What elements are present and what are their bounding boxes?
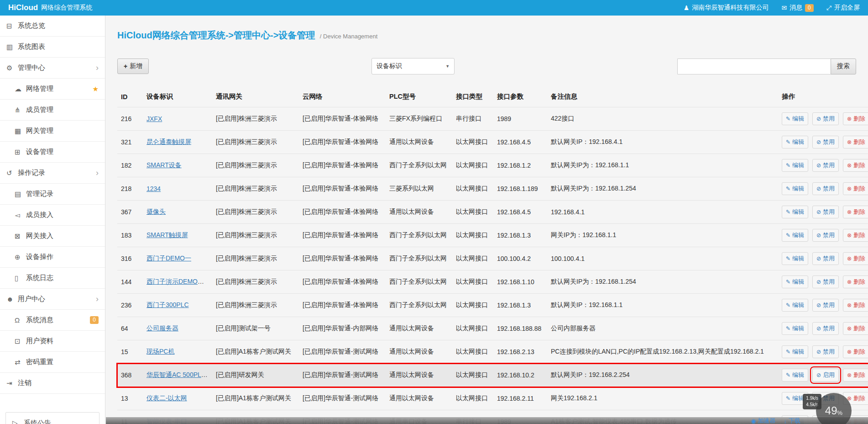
delete-button[interactable]: ⊗删除 xyxy=(843,229,868,242)
fullscreen-button[interactable]: ⤢ 开启全屏 xyxy=(826,4,860,12)
delete-button[interactable]: ⊗删除 xyxy=(843,112,868,125)
edit-button[interactable]: ✎编辑 xyxy=(782,229,808,242)
table-row: 368 华辰智通AC 500PLC001 [已启用]研发网关 [已启用]华辰智通… xyxy=(117,364,868,387)
enable-disable-button[interactable]: ⊘禁用 xyxy=(812,159,839,172)
edit-button[interactable]: ✎编辑 xyxy=(782,136,808,148)
device-link[interactable]: 西门子300PLC xyxy=(146,301,189,308)
device-link[interactable]: SMART设备 xyxy=(146,161,182,169)
sidebar-item-system-messages[interactable]: Ω 系统消息 0 xyxy=(0,310,105,331)
cell-id: 13 xyxy=(117,387,143,410)
usage-percent-sign: % xyxy=(837,409,843,416)
cell-interface-param: 192.168.10.2 xyxy=(493,364,547,387)
cell-cloud-network: [已启用]华辰智通-测试网络 xyxy=(299,387,386,410)
edit-button[interactable]: ✎编辑 xyxy=(782,206,808,218)
envelope-icon: ✉ xyxy=(781,4,787,11)
edit-button[interactable]: ✎编辑 xyxy=(782,299,808,312)
edit-button[interactable]: ✎编辑 xyxy=(782,322,808,335)
accelerator-link[interactable]: ◉ 加速器 xyxy=(751,417,775,424)
delete-button[interactable]: ⊗删除 xyxy=(843,206,868,218)
enable-disable-button[interactable]: ⊘禁用 xyxy=(812,252,839,265)
device-link[interactable]: SMART触摸屏 xyxy=(146,231,188,238)
column-header-interface-type: 接口类型 xyxy=(452,86,493,107)
table-row: 182 SMART设备 [已启用]株洲三菱演示 [已启用]华辰智通-体验网络 西… xyxy=(117,154,868,177)
device-link[interactable]: 仪表二-以太网 xyxy=(146,394,187,402)
enable-disable-button[interactable]: ⊘禁用 xyxy=(812,206,839,218)
enable-disable-button[interactable]: ⊘禁用 xyxy=(812,182,839,195)
device-link[interactable]: 华辰智通AC 500PLC001 xyxy=(146,371,212,378)
edit-button[interactable]: ✎编辑 xyxy=(782,159,808,172)
sidebar-item-operation-records[interactable]: ↺ 操作记录 › xyxy=(0,163,105,184)
sidebar-item-system-announcement[interactable]: ▷ 系统公告 xyxy=(5,412,99,424)
enable-disable-button[interactable]: ⊘禁用 xyxy=(812,112,839,125)
table-row: 367 摄像头 [已启用]株洲三菱演示 [已启用]华辰智通-体验网络 通用以太网… xyxy=(117,201,868,224)
edit-icon: ✎ xyxy=(786,279,790,285)
edit-button[interactable]: ✎编辑 xyxy=(782,182,808,195)
sidebar-item-logout[interactable]: ⇥ 注销 xyxy=(0,373,105,394)
enable-disable-button[interactable]: ⊘禁用 xyxy=(812,299,839,312)
sidebar-item-management-records[interactable]: ▤ 管理记录 xyxy=(0,184,105,205)
device-link[interactable]: 现场PC机 xyxy=(146,348,174,355)
delete-button[interactable]: ⊗删除 xyxy=(843,136,868,148)
delete-button[interactable]: ⊗删除 xyxy=(843,345,868,358)
delete-button[interactable]: ⊗删除 xyxy=(843,369,868,382)
device-link[interactable]: 西门子演示DEMO箱二 xyxy=(146,278,210,285)
device-link[interactable]: 西门子DEMO一 xyxy=(146,254,191,262)
delete-button[interactable]: ⊗删除 xyxy=(843,276,868,288)
cell-plc-model: 通用以太网设备 xyxy=(386,387,452,410)
ban-icon: ⊘ xyxy=(816,232,821,238)
users-icon: ☻ xyxy=(6,295,18,303)
enable-disable-button[interactable]: ⊘禁用 xyxy=(812,345,839,358)
enable-disable-button[interactable]: ⊘禁用 xyxy=(812,276,839,288)
device-link[interactable]: 公司服务器 xyxy=(146,324,178,332)
enable-disable-button[interactable]: ⊘禁用 xyxy=(812,136,839,148)
edit-button[interactable]: ✎编辑 xyxy=(782,345,808,358)
sidebar-item-system-logs[interactable]: ▯ 系统日志 xyxy=(0,268,105,289)
device-link[interactable]: 昆仑通泰触摸屏 xyxy=(146,138,191,145)
search-input[interactable] xyxy=(677,58,831,74)
device-link[interactable]: 摄像头 xyxy=(146,208,166,215)
search-field-select[interactable]: 设备标识 ▼ xyxy=(371,58,455,74)
delete-button[interactable]: ⊗删除 xyxy=(843,159,868,172)
download-link[interactable]: ↓ 下载 xyxy=(784,417,801,424)
edit-icon: ✎ xyxy=(786,349,790,355)
sidebar-item-user-center[interactable]: ☻ 用户中心 › xyxy=(0,289,105,310)
edit-button[interactable]: ✎编辑 xyxy=(782,252,808,265)
table-header-row: ID 设备标识 通讯网关 云网络 PLC型号 接口类型 接口参数 备注信息 操作 xyxy=(117,86,868,107)
edit-button[interactable]: ✎编辑 xyxy=(782,276,808,288)
sidebar-item-device-management[interactable]: ⊞ 设备管理 xyxy=(0,142,105,163)
delete-button[interactable]: ⊗删除 xyxy=(843,182,868,195)
messages-button[interactable]: ✉ 消息 0 xyxy=(781,4,813,12)
delete-button[interactable]: ⊗删除 xyxy=(843,322,868,335)
chart-icon: ▥ xyxy=(6,43,18,51)
sidebar-item-gateway-management[interactable]: ▦ 网关管理 xyxy=(0,121,105,142)
sidebar-item-member-access[interactable]: ◅ 成员接入 xyxy=(0,205,105,226)
enable-disable-button[interactable]: ⊘启用 xyxy=(812,369,839,382)
cell-id: 216 xyxy=(117,107,143,131)
sidebar-item-system-charts[interactable]: ▥ 系统图表 xyxy=(0,37,105,58)
device-link[interactable]: 1234 xyxy=(146,185,161,192)
app-logo[interactable]: HiCloud 网络综合管理系统 xyxy=(8,3,92,12)
sidebar-item-system-overview[interactable]: ⊟ 系统总览 xyxy=(0,16,105,37)
sidebar-item-network-management[interactable]: ☁ 网络管理 ★ xyxy=(0,79,105,100)
ban-icon: ⊘ xyxy=(816,186,821,192)
sidebar-item-password-reset[interactable]: ⇄ 密码重置 xyxy=(0,352,105,373)
device-table-body: 216 JXFX [已启用]株洲三菱演示 [已启用]华辰智通-体验网络 三菱FX… xyxy=(117,107,868,424)
device-link[interactable]: JXFX xyxy=(146,115,162,122)
sidebar-item-device-operations[interactable]: ⊕ 设备操作 xyxy=(0,247,105,268)
delete-button[interactable]: ⊗删除 xyxy=(843,299,868,312)
topbar: HiCloud 网络综合管理系统 ♟ 湖南华辰智通科技有限公司 ✉ 消息 0 ⤢… xyxy=(0,0,868,16)
sidebar-item-gateway-access[interactable]: ⊠ 网关接入 xyxy=(0,226,105,247)
search-button[interactable]: 搜索 xyxy=(831,58,856,74)
edit-button[interactable]: ✎编辑 xyxy=(782,112,808,125)
enable-disable-button[interactable]: ⊘禁用 xyxy=(812,229,839,242)
sidebar-item-user-profile[interactable]: ⊡ 用户资料 xyxy=(0,331,105,352)
sidebar-item-management-center[interactable]: ⚙ 管理中心 › xyxy=(0,58,105,79)
search-group: 搜索 xyxy=(677,58,856,74)
enable-disable-button[interactable]: ⊘禁用 xyxy=(812,322,839,335)
cell-interface-type: 以太网接口 xyxy=(452,340,493,364)
delete-button[interactable]: ⊗删除 xyxy=(843,252,868,265)
add-device-button[interactable]: + 新增 xyxy=(117,58,149,74)
edit-button[interactable]: ✎编辑 xyxy=(782,369,808,382)
usage-percent-widget[interactable]: 49 % xyxy=(816,393,852,424)
sidebar-item-member-management[interactable]: ⋔ 成员管理 xyxy=(0,100,105,121)
